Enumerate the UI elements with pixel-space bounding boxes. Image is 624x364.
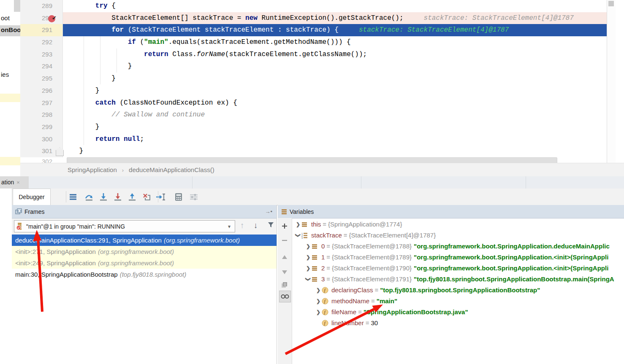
code-line[interactable]: catch (ClassNotFoundException ex) {: [63, 97, 607, 109]
force-step-into-icon[interactable]: [113, 192, 123, 202]
variable-row[interactable]: ❯ffileName="SpringApplicationBootstrap.j…: [292, 307, 624, 318]
frame-down-icon[interactable]: ↓: [254, 221, 258, 230]
frame-row[interactable]: <init>:249, SpringApplication(org.spring…: [12, 257, 277, 269]
code-token: try: [95, 2, 108, 10]
toolbar-separator: [66, 191, 66, 202]
code-token: [63, 135, 95, 143]
variable-row[interactable]: ❯3={StackTraceElement@1791}"top.fjy8018.…: [292, 274, 624, 285]
step-out-icon[interactable]: [127, 192, 137, 202]
gutter-row[interactable]: 296: [20, 85, 62, 97]
gutter-row[interactable]: 289: [20, 0, 62, 12]
close-icon[interactable]: ×: [14, 179, 20, 186]
editor-hscrollbar[interactable]: [67, 157, 557, 163]
gutter-row[interactable]: 299: [20, 121, 62, 133]
step-over-icon[interactable]: [84, 192, 94, 202]
code-line[interactable]: for (StackTraceElement stackTraceElement…: [63, 24, 607, 36]
variable-row[interactable]: ❯1={StackTraceElement@1789}"org.springfr…: [292, 252, 624, 263]
editor-code-area[interactable]: try { StackTraceElement[] stackTrace = n…: [63, 0, 607, 157]
chevron-collapsed-icon[interactable]: ❯: [305, 241, 312, 252]
chevron-collapsed-icon[interactable]: ❯: [305, 263, 312, 274]
chevron-collapsed-icon[interactable]: ❯: [315, 307, 322, 318]
duplicate-icon[interactable]: [279, 280, 290, 290]
gutter-row[interactable]: 295: [20, 73, 62, 85]
show-watches-icon[interactable]: [279, 291, 291, 302]
frame-row[interactable]: <init>:271, SpringApplication(org.spring…: [12, 246, 277, 257]
project-scrollbar-thumb[interactable]: [14, 0, 20, 12]
layout-settings-icon[interactable]: [189, 192, 199, 202]
move-up-icon[interactable]: [279, 252, 290, 262]
code-line[interactable]: }: [63, 85, 607, 97]
debug-session-tab[interactable]: ation×: [0, 176, 29, 189]
variable-name: this: [311, 219, 321, 230]
project-item[interactable]: ies: [1, 71, 9, 78]
code-token: .equals(stackTraceElement.getMethodName(…: [168, 38, 351, 46]
editor-gutter[interactable]: 289290291292293294295296297298299300301: [20, 0, 63, 157]
variable-row[interactable]: flineNumber=30: [292, 318, 624, 329]
variable-row[interactable]: ❯fmethodName="main": [292, 296, 624, 307]
code-token: [63, 26, 111, 34]
move-down-icon[interactable]: [279, 267, 290, 277]
chevron-collapsed-icon[interactable]: ❯: [305, 252, 312, 263]
frame-location: <init>:249, SpringApplication: [15, 259, 96, 267]
variable-name: declaringClass: [331, 285, 373, 296]
tab-debugger[interactable]: Debugger: [13, 189, 51, 205]
gutter-row[interactable]: 301: [20, 145, 62, 157]
code-line[interactable]: StackTraceElement[] stackTrace = new Run…: [63, 12, 607, 24]
filter-funnel-icon[interactable]: [267, 221, 274, 228]
gutter-row[interactable]: 291: [20, 24, 62, 36]
gutter-row[interactable]: 298: [20, 109, 62, 121]
run-to-cursor-icon[interactable]: [156, 192, 166, 202]
code-line[interactable]: }: [63, 73, 607, 85]
tabbar-divider: [361, 176, 361, 189]
variable-row[interactable]: ❯123stackTrace={StackTraceElement[4]@178…: [292, 230, 624, 241]
variable-row[interactable]: ❯fdeclaringClass="top.fjy8018.springboot…: [292, 285, 624, 296]
chevron-expanded-icon[interactable]: ❯: [303, 276, 314, 283]
equals-sign: =: [369, 296, 377, 307]
project-item[interactable]: onBoot: [1, 26, 20, 33]
code-token: [63, 38, 128, 46]
evaluate-expression-icon[interactable]: [174, 192, 184, 202]
chevron-expanded-icon[interactable]: ❯: [293, 232, 304, 239]
frame-row[interactable]: main:30, SpringApplicationBootstrap(top.…: [12, 269, 277, 280]
editor-vscrollbar[interactable]: [607, 0, 616, 163]
variable-row[interactable]: ❯2={StackTraceElement@1790}"org.springfr…: [292, 263, 624, 274]
thread-dropdown[interactable]: "main"@1 in group "main": RUNNING ▾: [14, 220, 235, 232]
drop-frame-icon[interactable]: [141, 192, 152, 202]
show-execution-point-icon[interactable]: [68, 192, 78, 202]
breadcrumb-method[interactable]: deduceMainApplicationClass(): [129, 166, 214, 173]
code-line[interactable]: if ("main".equals(stackTraceElement.getM…: [63, 36, 607, 49]
add-watch-icon[interactable]: [279, 221, 290, 231]
variable-row[interactable]: ❯0={StackTraceElement@1788}"org.springfr…: [292, 241, 624, 252]
code-line[interactable]: }: [63, 121, 607, 133]
gutter-row[interactable]: 292: [20, 36, 62, 49]
breadcrumb-class[interactable]: SpringApplication: [68, 166, 117, 173]
value-bars-icon: [312, 254, 319, 260]
gutter-row[interactable]: 297: [20, 97, 62, 109]
gutter-row[interactable]: 290: [20, 12, 62, 24]
code-line[interactable]: }: [63, 60, 607, 73]
gutter-row[interactable]: 293: [20, 49, 62, 61]
pin-panel-icon[interactable]: →•: [265, 208, 272, 215]
chevron-collapsed-icon[interactable]: ❯: [295, 219, 301, 230]
frame-up-icon[interactable]: ↑: [240, 221, 244, 230]
frames-header-label: Frames: [24, 208, 44, 215]
code-line[interactable]: // Swallow and continue: [63, 109, 607, 121]
code-line[interactable]: }: [63, 145, 607, 157]
frame-row[interactable]: deduceMainApplicationClass:291, SpringAp…: [12, 235, 277, 246]
remove-watch-icon[interactable]: [279, 235, 290, 245]
chevron-collapsed-icon[interactable]: ❯: [315, 285, 322, 296]
step-into-icon[interactable]: [98, 192, 109, 202]
project-item[interactable]: oot: [1, 14, 10, 22]
gutter-row[interactable]: 300: [20, 133, 62, 146]
code-editor[interactable]: 289290291292293294295296297298299300301 …: [20, 0, 616, 163]
line-number: 293: [20, 49, 62, 61]
code-line[interactable]: return Class.forName(stackTraceElement.g…: [63, 49, 607, 61]
variable-row[interactable]: ❯this={SpringApplication@1774}: [292, 219, 624, 230]
gutter-row[interactable]: 294: [20, 60, 62, 73]
chevron-collapsed-icon[interactable]: ❯: [315, 296, 322, 307]
code-token: RuntimeException().getStackTrace();: [258, 14, 404, 22]
code-line[interactable]: return null;: [63, 133, 607, 146]
editor-vscrollbar-thumb[interactable]: [608, 1, 614, 6]
thread-icon: [16, 222, 24, 230]
code-line[interactable]: try {: [63, 0, 607, 12]
